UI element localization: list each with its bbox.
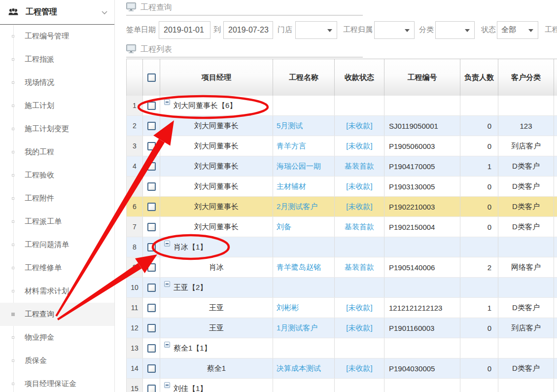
store-select[interactable]	[295, 21, 337, 39]
table-row[interactable]: 14 蔡全1 决算成本测试 [未收款] P1904030005 0 D类客户	[126, 358, 557, 379]
category-select[interactable]	[435, 21, 475, 39]
collapse-minus-icon[interactable]	[164, 342, 170, 348]
collapse-minus-icon[interactable]	[164, 281, 170, 287]
project-name-link[interactable]: 5月测试	[277, 121, 303, 131]
table-row[interactable]: 4 刘大同董事长 海瑞公园一期 基装首款 P1904170005 1 D类客户	[126, 156, 557, 177]
row-checkbox[interactable]	[147, 102, 156, 110]
row-checkbox[interactable]	[147, 385, 156, 392]
cell-project-code: P1901160003	[384, 318, 460, 338]
sidebar-item-site-status[interactable]: 现场情况	[0, 71, 114, 94]
sidebar-header[interactable]: 工程管理	[0, 0, 114, 25]
group-label: 肖冰【1】	[174, 243, 207, 252]
table-row-selected[interactable]: 6 刘大同董事长 2月测试客户 [未收款] P1902210003 0 D类客户	[126, 197, 557, 217]
collapse-minus-icon[interactable]	[164, 99, 170, 105]
row-number: 15	[127, 379, 143, 392]
sidebar-item-repair-order[interactable]: 工程维修单	[0, 256, 114, 280]
row-checkbox[interactable]	[147, 344, 156, 353]
sidebar-item-project-assign[interactable]: 工程指派	[0, 48, 114, 71]
project-name-link[interactable]: 海瑞公园一期	[277, 162, 321, 171]
pay-status-link[interactable]: [未收款]	[346, 364, 372, 373]
pay-status-link[interactable]: 基装首款	[345, 162, 374, 171]
table-row[interactable]: 2 刘大同董事长 5月测试 [未收款] SJ0119050001 0 123	[126, 116, 557, 136]
sidebar-item-label: 工程编号管理	[25, 32, 69, 41]
sidebar-item-problem-list[interactable]: 工程问题清单	[0, 233, 114, 256]
date-to-input[interactable]	[223, 21, 273, 39]
row-checkbox[interactable]	[147, 182, 156, 191]
project-name-link[interactable]: 决算成本测试	[277, 364, 321, 373]
sidebar: 工程管理 工程编号管理 工程指派 现场情况 施工计划 施工计划变更 我的工程 工…	[0, 0, 115, 392]
sidebar-item-property-deposit[interactable]: 物业押金	[0, 326, 114, 349]
to-label: 到	[213, 25, 221, 35]
row-number: 3	[127, 136, 143, 156]
project-name-link[interactable]: 1月测试客户	[277, 323, 317, 333]
belong-select[interactable]	[374, 21, 415, 39]
row-checkbox[interactable]	[147, 364, 156, 373]
project-name-link[interactable]: 青羊鹭岛赵铭	[277, 263, 321, 272]
cell-project-code: P1905140006	[384, 257, 460, 277]
row-checkbox[interactable]	[147, 142, 156, 150]
sidebar-item-construction-plan[interactable]: 施工计划	[0, 94, 114, 117]
row-checkbox[interactable]	[147, 284, 156, 292]
sidebar-item-plan-change[interactable]: 施工计划变更	[0, 117, 114, 141]
header-pay-status[interactable]: 收款状态	[335, 59, 384, 96]
pay-status-link[interactable]: [未收款]	[346, 121, 372, 131]
sidebar-item-project-acceptance[interactable]: 工程验收	[0, 164, 114, 187]
cell-project-code: P1902150004	[384, 217, 460, 237]
pay-status-link[interactable]: [未收款]	[346, 303, 372, 313]
table-group-row[interactable]: 15 刘佳【1】	[126, 379, 557, 392]
row-checkbox[interactable]	[147, 223, 156, 231]
sidebar-item-project-number-mgmt[interactable]: 工程编号管理	[0, 25, 114, 48]
table-group-row[interactable]: 8 肖冰【1】	[126, 237, 557, 257]
header-customer-category[interactable]: 客户分类	[498, 59, 554, 96]
pay-status-link[interactable]: [未收款]	[346, 182, 372, 191]
sidebar-item-project-query[interactable]: 工程查询	[0, 303, 114, 326]
row-number: 10	[127, 278, 143, 297]
table-group-row[interactable]: 13 蔡全1【1】	[126, 338, 557, 358]
select-all-checkbox[interactable]	[147, 73, 156, 82]
row-checkbox[interactable]	[147, 162, 156, 171]
collapse-minus-icon[interactable]	[164, 382, 170, 388]
table-group-row[interactable]: 1 刘大同董事长【6】	[126, 96, 557, 116]
row-checkbox[interactable]	[147, 304, 156, 312]
header-manager[interactable]: 项目经理	[160, 59, 273, 96]
pay-status-link[interactable]: 基装首款	[345, 263, 374, 272]
table-row[interactable]: 9 肖冰 青羊鹭岛赵铭 基装首款 P1905140006 2 网络客户	[126, 257, 557, 278]
sidebar-item-quality-deposit[interactable]: 质保金	[0, 349, 114, 372]
row-checkbox[interactable]	[147, 324, 156, 332]
table-row[interactable]: 5 刘大同董事长 主材辅材 [未收款] P1903130005 0 D类客户	[126, 177, 557, 197]
status-select[interactable]: 全部	[497, 21, 538, 39]
table-row[interactable]: 11 王亚 刘彬彬 [未收款] 1212121212123 1 D类客户	[126, 298, 557, 318]
cell-staff-count: 0	[460, 358, 498, 378]
sidebar-item-project-attachments[interactable]: 工程附件	[0, 187, 114, 210]
table-row[interactable]: 3 刘大同董事长 青羊方言 [未收款] P1905060003 0 到店客户	[126, 136, 557, 156]
date-from-input[interactable]	[159, 21, 210, 39]
header-staff-count[interactable]: 负责人数	[460, 59, 498, 96]
table-header-row: 项目经理 工程名称 收款状态 工程编号 负责人数 客户分类	[126, 59, 557, 96]
row-checkbox[interactable]	[147, 263, 156, 272]
pay-status-link[interactable]: [未收款]	[346, 202, 372, 212]
pay-status-link[interactable]: 基装首款	[345, 222, 374, 232]
table-row[interactable]: 7 刘大同董事长 刘备 基装首款 P1902150004 0 D类客户	[126, 217, 557, 237]
pay-status-link[interactable]: [未收款]	[346, 323, 372, 333]
header-project-code[interactable]: 工程编号	[384, 59, 460, 96]
project-name-link[interactable]: 刘彬彬	[277, 303, 299, 313]
group-label: 刘佳【1】	[174, 384, 207, 392]
row-checkbox[interactable]	[147, 122, 156, 130]
pay-status-link[interactable]: [未收款]	[346, 142, 372, 151]
sidebar-item-dispatch-order[interactable]: 工程派工单	[0, 210, 114, 233]
header-project-name[interactable]: 工程名称	[273, 59, 335, 96]
collapse-minus-icon[interactable]	[164, 241, 170, 247]
project-name-link[interactable]: 主材辅材	[277, 182, 306, 191]
project-name-link[interactable]: 2月测试客户	[277, 202, 317, 212]
row-checkbox[interactable]	[147, 203, 156, 211]
sidebar-item-pm-guarantee[interactable]: 项目经理保证金	[0, 372, 114, 392]
table-row[interactable]: 12 王亚 1月测试客户 [未收款] P1901160003 0 到店客户	[126, 318, 557, 338]
chevron-down-icon	[102, 8, 107, 17]
table-group-row[interactable]: 10 王亚【2】	[126, 278, 557, 298]
sidebar-item-material-plan[interactable]: 材料需求计划	[0, 280, 114, 303]
row-checkbox[interactable]	[147, 243, 156, 251]
project-name-link[interactable]: 青羊方言	[277, 142, 306, 151]
project-name-link[interactable]: 刘备	[277, 222, 291, 232]
cell-customer-category: 到店客户	[498, 136, 554, 156]
sidebar-item-my-projects[interactable]: 我的工程	[0, 141, 114, 164]
